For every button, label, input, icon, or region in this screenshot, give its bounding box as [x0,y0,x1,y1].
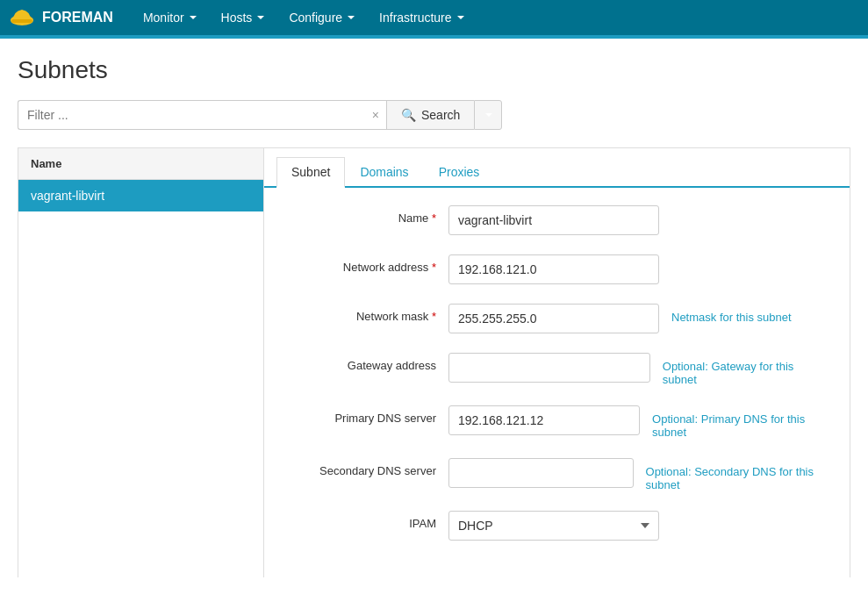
nav-item-configure[interactable]: Configure [276,0,367,35]
brand-icon [9,4,35,31]
form-group-primary-dns: Primary DNS server Optional: Primary DNS… [291,405,823,439]
label-secondary-dns: Secondary DNS server [291,458,448,477]
form-group-gateway: Gateway address Optional: Gateway for th… [291,353,823,386]
dropdown-caret-icon [485,113,492,117]
search-icon: 🔍 [401,108,416,122]
search-button[interactable]: 🔍 Search [386,100,474,130]
input-name[interactable] [448,205,659,235]
form-group-secondary-dns: Secondary DNS server Optional: Secondary… [291,458,823,491]
nav-item-hosts[interactable]: Hosts [209,0,277,35]
nav-menu: Monitor Hosts Configure Infrastructure [131,0,477,35]
nav-item-monitor[interactable]: Monitor [131,0,209,35]
caret-icon [348,16,355,19]
hint-gateway: Optional: Gateway for this subnet [663,353,823,386]
sidebar-header: Name [18,148,263,180]
tabs: Subnet Domains Proxies [264,148,850,188]
sidebar-item-vagrant-libvirt[interactable]: vagrant-libvirt [18,180,263,211]
tab-domains[interactable]: Domains [345,157,423,188]
form-group-name: Name * [291,205,823,235]
input-secondary-dns[interactable] [448,458,634,488]
sidebar: Name vagrant-libvirt [18,148,264,577]
input-primary-dns[interactable] [448,405,640,435]
caret-icon [457,16,464,19]
tab-proxies[interactable]: Proxies [424,157,495,188]
nav-link-infrastructure[interactable]: Infrastructure [367,0,476,35]
form-group-ipam: IPAM DHCP None Internal DB [291,511,823,541]
form-group-network-address: Network address * [291,254,823,284]
navbar: FOREMAN Monitor Hosts Configure Infrastr… [0,0,868,35]
input-network-mask[interactable] [448,304,659,333]
label-gateway: Gateway address [291,353,448,372]
detail-panel: Subnet Domains Proxies Name * [264,148,850,577]
search-dropdown-button[interactable] [474,100,502,130]
label-network-address: Network address * [291,254,448,274]
nav-link-hosts[interactable]: Hosts [209,0,277,35]
caret-icon [257,16,264,19]
main-layout: Name vagrant-libvirt Subnet Domains Prox… [18,147,850,577]
brand[interactable]: FOREMAN [9,4,113,31]
nav-link-configure[interactable]: Configure [276,0,367,35]
filter-input-wrap: × [18,100,386,130]
input-gateway[interactable] [448,353,650,383]
nav-link-monitor[interactable]: Monitor [131,0,209,35]
select-ipam[interactable]: DHCP None Internal DB [448,511,659,541]
brand-name: FOREMAN [42,10,113,25]
page-title: Subnets [18,56,850,84]
form-body: Name * Network address * [264,188,850,577]
hint-primary-dns: Optional: Primary DNS for this subnet [652,405,823,439]
hint-secondary-dns: Optional: Secondary DNS for this subnet [646,458,823,491]
page-content: Subnets × 🔍 Search Name vagrant-libvirt [0,39,868,577]
svg-rect-1 [11,19,32,23]
nav-item-infrastructure[interactable]: Infrastructure [367,0,476,35]
label-name: Name * [291,205,448,225]
filter-clear-button[interactable]: × [372,108,379,122]
label-network-mask: Network mask * [291,304,448,323]
tab-subnet[interactable]: Subnet [276,157,345,188]
form-group-network-mask: Network mask * Netmask for this subnet [291,304,823,333]
filter-input[interactable] [18,100,386,130]
caret-icon [190,16,197,19]
hint-network-mask: Netmask for this subnet [671,304,792,324]
input-network-address[interactable] [448,254,659,284]
label-primary-dns: Primary DNS server [291,405,448,425]
label-ipam: IPAM [291,511,448,530]
search-bar: × 🔍 Search [18,100,850,130]
